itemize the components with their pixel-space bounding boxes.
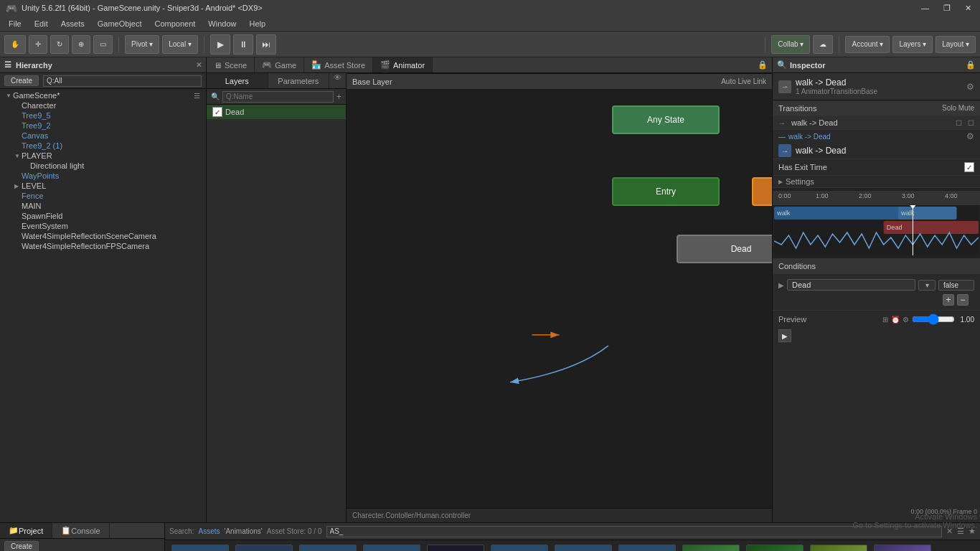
remove-condition-button[interactable]: −: [957, 294, 969, 306]
settings-row[interactable]: ▶ Settings: [773, 176, 980, 187]
pivot-button[interactable]: Pivot ▾: [125, 35, 159, 54]
layers-search-input[interactable]: [222, 91, 334, 103]
tree-item-charecter[interactable]: Charecter: [0, 100, 206, 110]
asset-item-asaction3[interactable]: AS_Action...: [297, 545, 358, 551]
preview-icon-2[interactable]: ⏰: [891, 316, 900, 324]
transition-mute[interactable]: ☐: [968, 119, 974, 127]
tab-asset-store[interactable]: 🏪 Asset Store: [304, 57, 373, 72]
search-in-assets[interactable]: Assets: [198, 527, 220, 535]
preview-icon-3[interactable]: ⚙: [903, 316, 909, 324]
layout-button[interactable]: Layout ▾: [936, 36, 976, 53]
tree-item-tree921[interactable]: Tree9_2 (1): [0, 141, 206, 151]
subtab-parameters[interactable]: Parameters: [268, 73, 330, 88]
tree-item-player[interactable]: ▼ PLAYER: [0, 151, 206, 161]
asset-item-asaction2[interactable]: C# AS_Action...: [233, 545, 294, 551]
walk-dead-gear[interactable]: ⚙: [966, 131, 974, 141]
tab-console[interactable]: 📋 Console: [52, 523, 109, 538]
cloud-button[interactable]: ☁: [813, 35, 833, 54]
condition-name[interactable]: Dead: [787, 279, 915, 291]
asset-item-broadleaf3[interactable]: Broadleaf_...: [808, 545, 869, 551]
asset-item-asbulleth[interactable]: AS_BulletH...: [489, 545, 550, 551]
tree-item-main[interactable]: MAIN: [0, 201, 206, 211]
tree-item-level[interactable]: ▶ LEVEL: [0, 181, 206, 191]
maximize-button[interactable]: ❐: [941, 4, 953, 13]
tree-item-gamescene[interactable]: ▼ GameScene* ☰: [0, 90, 206, 100]
settings-gear-icon[interactable]: ⚙: [966, 82, 974, 92]
hierarchy-close[interactable]: ✕: [196, 61, 202, 69]
menu-edit[interactable]: Edit: [29, 18, 54, 29]
search-options-icon[interactable]: ☰: [957, 527, 964, 536]
layer-item-dead[interactable]: ✓ Dead: [207, 105, 346, 119]
tab-scene[interactable]: 🖥 Scene: [207, 57, 255, 72]
menu-help[interactable]: Help: [243, 18, 271, 29]
minimize-button[interactable]: —: [918, 4, 932, 13]
animator-canvas[interactable]: Base Layer Auto Live Link: [347, 73, 772, 522]
asset-item-asbullet2[interactable]: AS_Bullet: [425, 545, 486, 551]
menu-file[interactable]: File: [3, 18, 27, 29]
search-clear-icon[interactable]: ✕: [946, 527, 953, 536]
lock-icon[interactable]: 🔒: [758, 60, 768, 70]
rotate-tool-button[interactable]: ↻: [50, 35, 69, 54]
tab-animator[interactable]: 🎬 Animator: [373, 57, 433, 72]
asset-item-asragdol[interactable]: AS_Ragdol...: [552, 545, 613, 551]
layers-button[interactable]: Layers ▾: [892, 36, 933, 53]
inspector-lock[interactable]: 🔒: [966, 60, 976, 70]
hierarchy-create-button[interactable]: Create: [4, 75, 39, 86]
asset-item-broadleaf1[interactable]: Broadleaf_...: [680, 545, 741, 551]
close-button[interactable]: ✕: [962, 4, 974, 13]
add-layer-icon[interactable]: +: [336, 92, 341, 102]
move-tool-button[interactable]: ✛: [29, 35, 47, 54]
transition-item[interactable]: → walk -> Dead ☐ ☐: [773, 116, 980, 130]
asset-item-asaction1[interactable]: AS_Action...: [169, 545, 230, 551]
menu-gameobject[interactable]: GameObject: [92, 18, 148, 29]
subtab-layers[interactable]: Layers: [207, 73, 268, 88]
account-button[interactable]: Account ▾: [845, 36, 890, 53]
tree-item-dirlight[interactable]: Directional light: [0, 161, 206, 171]
search-star-icon[interactable]: ★: [969, 527, 976, 536]
preview-play-button[interactable]: ▶: [778, 329, 791, 342]
menu-component[interactable]: Component: [149, 18, 201, 29]
tree-item-water2[interactable]: Water4SimpleReflectionFPSCamera: [0, 241, 206, 251]
node-dead[interactable]: Dead: [677, 235, 772, 263]
condition-value[interactable]: false: [938, 280, 974, 291]
scale-tool-button[interactable]: ⊕: [72, 35, 90, 54]
node-walk[interactable]: walk: [752, 177, 772, 206]
hierarchy-search-input[interactable]: [43, 75, 202, 87]
asset-item-asbullet1[interactable]: AS_Bullet: [361, 545, 422, 551]
menu-assets[interactable]: Assets: [55, 18, 90, 29]
project-create-button[interactable]: Create: [4, 541, 39, 551]
asset-item-broadleaf4[interactable]: Broadleaf_...: [872, 545, 933, 551]
local-button[interactable]: Local ▾: [162, 35, 198, 54]
node-entry[interactable]: Entry: [612, 177, 720, 206]
tree-item-fence[interactable]: Fence: [0, 191, 206, 201]
tree-item-tree95[interactable]: Tree9_5: [0, 110, 206, 121]
preview-icon-1[interactable]: ⊞: [882, 316, 888, 324]
has-exit-checkbox[interactable]: ✓: [964, 162, 974, 172]
menu-window[interactable]: Window: [202, 18, 242, 29]
preview-slider[interactable]: [912, 314, 955, 325]
rect-tool-button[interactable]: ▭: [93, 35, 113, 54]
tree-item-waypoints[interactable]: WayPoints: [0, 171, 206, 181]
layer-checkbox[interactable]: ✓: [212, 107, 222, 117]
asset-search-input[interactable]: [326, 526, 943, 537]
hand-tool-button[interactable]: ✋: [4, 35, 26, 54]
pause-button[interactable]: ⏸: [233, 34, 253, 55]
auto-live-link[interactable]: Auto Live Link: [721, 77, 766, 85]
add-condition-button[interactable]: +: [943, 294, 954, 306]
tree-menu[interactable]: ☰: [194, 92, 200, 100]
collab-button[interactable]: Collab ▾: [771, 35, 810, 54]
play-button[interactable]: ▶: [210, 34, 230, 55]
asset-item-assound[interactable]: AS_Sound...: [616, 545, 677, 551]
step-button[interactable]: ⏭: [256, 34, 276, 55]
node-any-state[interactable]: Any State: [612, 105, 720, 134]
eye-icon[interactable]: 👁: [329, 73, 346, 88]
tree-item-eventsystem[interactable]: EventSystem: [0, 221, 206, 231]
tree-item-water1[interactable]: Water4SimpleReflectionSceneCamera: [0, 231, 206, 241]
tree-item-spawnfield[interactable]: SpawnField: [0, 211, 206, 221]
transition-solo[interactable]: ☐: [956, 119, 962, 127]
tree-item-tree92[interactable]: Tree9_2: [0, 121, 206, 131]
tab-game[interactable]: 🎮 Game: [255, 57, 304, 72]
tab-project[interactable]: 📁 Project: [0, 523, 52, 538]
tree-item-canvas[interactable]: Canvas: [0, 131, 206, 141]
asset-item-broadleaf2[interactable]: Broadleaf_...: [744, 545, 805, 551]
